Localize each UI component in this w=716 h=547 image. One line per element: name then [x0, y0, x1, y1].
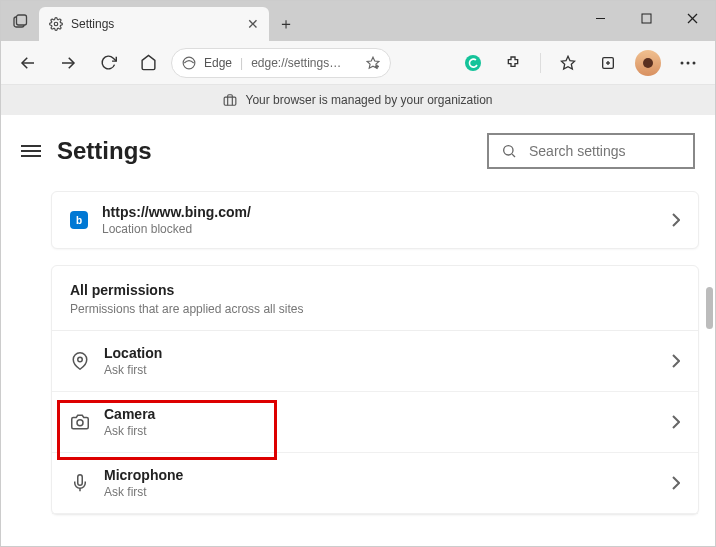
back-button[interactable] — [11, 46, 45, 80]
permission-row-microphone[interactable]: Microphone Ask first — [52, 453, 698, 514]
chevron-right-icon — [672, 415, 680, 429]
chevron-right-icon — [672, 476, 680, 490]
browser-label: Edge — [204, 56, 232, 70]
chevron-right-icon — [672, 213, 680, 227]
all-permissions-card: All permissions Permissions that are app… — [51, 265, 699, 515]
section-subtitle: Permissions that are applied across all … — [70, 302, 680, 316]
all-permissions-header: All permissions Permissions that are app… — [52, 266, 698, 331]
chevron-right-icon — [672, 354, 680, 368]
site-url: https://www.bing.com/ — [102, 204, 658, 220]
window-controls — [577, 1, 715, 35]
browser-toolbar: Edge | edge://settings… + — [1, 41, 715, 85]
svg-point-18 — [687, 61, 690, 64]
extensions-icon[interactable] — [496, 46, 530, 80]
svg-rect-20 — [225, 97, 237, 105]
permission-title: Microphone — [104, 467, 658, 483]
permission-sub: Ask first — [104, 363, 658, 377]
svg-point-12 — [465, 55, 481, 71]
site-status: Location blocked — [102, 222, 658, 236]
permission-sub: Ask first — [104, 485, 658, 499]
bing-icon: b — [70, 211, 88, 229]
svg-rect-1 — [17, 15, 27, 25]
managed-banner: Your browser is managed by your organiza… — [1, 85, 715, 115]
permission-title: Location — [104, 345, 658, 361]
maximize-button[interactable] — [623, 1, 669, 35]
camera-icon — [70, 412, 90, 432]
location-icon — [70, 351, 90, 371]
gear-icon — [49, 17, 63, 31]
svg-point-21 — [504, 146, 513, 155]
section-title: All permissions — [70, 282, 680, 298]
settings-content: b https://www.bing.com/ Location blocked… — [1, 191, 715, 515]
search-input[interactable] — [529, 143, 704, 159]
favorite-icon[interactable]: + — [366, 56, 380, 70]
search-icon — [501, 143, 517, 159]
permission-row-location[interactable]: Location Ask first — [52, 331, 698, 392]
minimize-button[interactable] — [577, 1, 623, 35]
url-text: edge://settings… — [251, 56, 341, 70]
home-button[interactable] — [131, 46, 165, 80]
window-close-button[interactable] — [669, 1, 715, 35]
managed-text: Your browser is managed by your organiza… — [245, 93, 492, 107]
window-titlebar: Settings ✕ ＋ — [1, 1, 715, 41]
svg-rect-4 — [642, 14, 651, 23]
microphone-icon — [70, 473, 90, 493]
tab-actions-button[interactable] — [1, 5, 39, 39]
profile-avatar[interactable] — [631, 46, 665, 80]
favorites-icon[interactable] — [551, 46, 585, 80]
more-button[interactable] — [671, 46, 705, 80]
edge-logo-icon — [182, 56, 196, 70]
svg-marker-13 — [561, 56, 574, 69]
permission-row-camera[interactable]: Camera Ask first — [52, 392, 698, 453]
new-tab-button[interactable]: ＋ — [269, 7, 303, 41]
svg-point-17 — [681, 61, 684, 64]
scrollbar-thumb[interactable] — [706, 287, 713, 329]
svg-point-19 — [693, 61, 696, 64]
forward-button[interactable] — [51, 46, 85, 80]
page-title: Settings — [57, 137, 471, 165]
svg-line-22 — [512, 154, 515, 157]
grammarly-icon[interactable] — [456, 46, 490, 80]
search-settings-box[interactable] — [487, 133, 695, 169]
address-bar[interactable]: Edge | edge://settings… + — [171, 48, 391, 78]
svg-point-23 — [78, 357, 83, 362]
menu-button[interactable] — [21, 145, 41, 157]
briefcase-icon — [223, 93, 237, 107]
svg-text:+: + — [375, 62, 379, 68]
refresh-button[interactable] — [91, 46, 125, 80]
svg-point-24 — [77, 420, 83, 426]
collections-icon[interactable] — [591, 46, 625, 80]
close-icon[interactable]: ✕ — [247, 16, 259, 32]
site-row-bing[interactable]: b https://www.bing.com/ Location blocked — [52, 192, 698, 248]
permission-title: Camera — [104, 406, 658, 422]
recent-activity-card: b https://www.bing.com/ Location blocked — [51, 191, 699, 249]
svg-point-2 — [54, 22, 58, 26]
browser-tab[interactable]: Settings ✕ — [39, 7, 269, 41]
settings-header: Settings — [1, 115, 715, 191]
tab-title: Settings — [71, 17, 239, 31]
permission-sub: Ask first — [104, 424, 658, 438]
